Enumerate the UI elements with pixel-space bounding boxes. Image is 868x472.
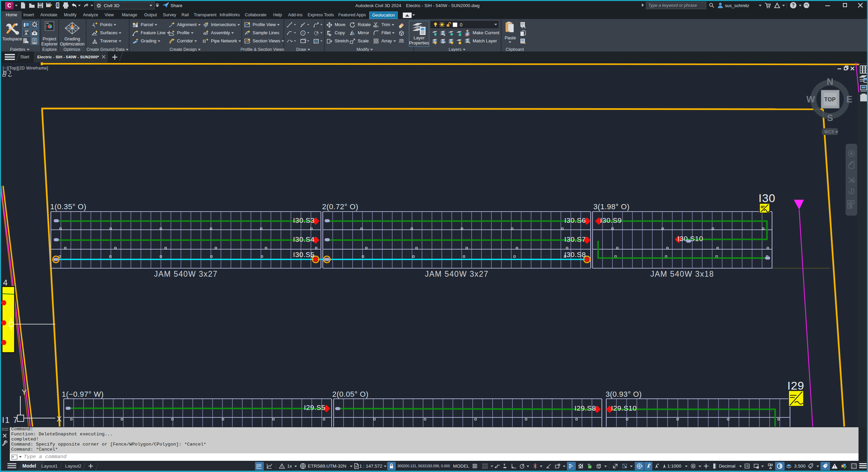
- svg-text:I29.S10: I29.S10: [611, 404, 637, 412]
- svg-text:4: 4: [3, 278, 7, 287]
- svg-text:I30.S7: I30.S7: [564, 235, 586, 243]
- svg-text:I29.S8: I29.S8: [574, 404, 596, 412]
- svg-text:E: E: [846, 94, 852, 104]
- svg-text:I30.S4: I30.S4: [293, 235, 315, 243]
- svg-text:I30.S8: I30.S8: [564, 251, 586, 258]
- svg-text:JAM 540W 3x27: JAM 540W 3x27: [425, 270, 489, 278]
- svg-text:I29.S5: I29.S5: [304, 404, 326, 411]
- svg-text:S: S: [827, 113, 833, 123]
- svg-text:3(1.98° O): 3(1.98° O): [593, 202, 630, 211]
- svg-text:JAM 540W 3x18: JAM 540W 3x18: [650, 270, 714, 278]
- svg-text:WCS: WCS: [824, 130, 834, 134]
- svg-text:I1 7: I1 7: [2, 415, 18, 425]
- svg-text:1(−0.97° W): 1(−0.97° W): [62, 390, 104, 398]
- svg-text:2(0.05° O): 2(0.05° O): [332, 390, 369, 398]
- svg-text:JAM 540W 3x27: JAM 540W 3x27: [154, 270, 218, 278]
- svg-text:TOP: TOP: [824, 97, 836, 102]
- svg-text:N: N: [827, 77, 833, 87]
- svg-text:I30.S9: I30.S9: [600, 216, 622, 224]
- svg-text:I30.S3: I30.S3: [293, 216, 315, 224]
- svg-text:3(0.93° O): 3(0.93° O): [606, 390, 642, 398]
- svg-text:Y: Y: [22, 388, 27, 396]
- svg-text:I30.S6: I30.S6: [564, 216, 586, 224]
- svg-text:1(0.35° O): 1(0.35° O): [50, 202, 86, 211]
- svg-text:[−][Top][2D Wireframe]: [−][Top][2D Wireframe]: [3, 66, 48, 71]
- svg-text:I30.S5: I30.S5: [293, 251, 315, 258]
- svg-text:I30: I30: [758, 192, 775, 204]
- svg-text:W: W: [806, 94, 815, 104]
- svg-text:2(0.72° O): 2(0.72° O): [322, 202, 358, 211]
- svg-text:I29: I29: [787, 379, 804, 392]
- svg-text:X: X: [57, 415, 62, 423]
